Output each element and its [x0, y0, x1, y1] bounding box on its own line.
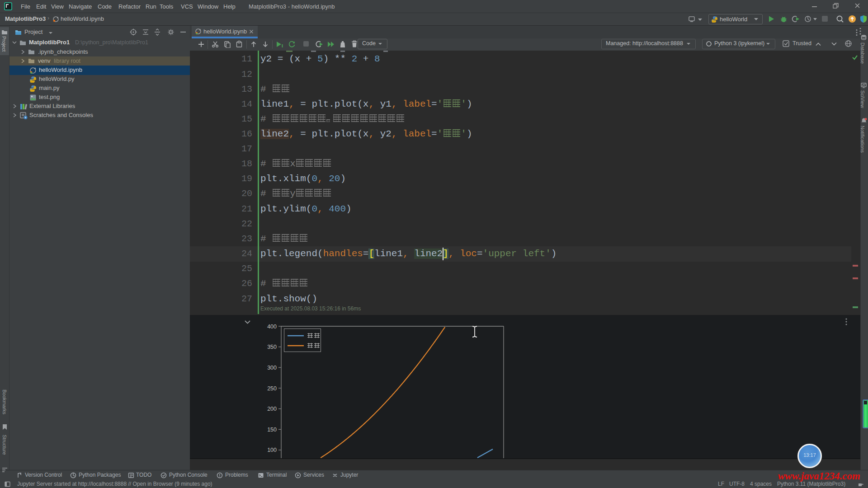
svg-text:150: 150	[267, 427, 277, 433]
svg-text:200: 200	[267, 406, 277, 412]
svg-text:300: 300	[267, 365, 277, 371]
svg-text:100: 100	[267, 447, 277, 453]
svg-text:400: 400	[267, 324, 277, 330]
svg-text:250: 250	[267, 385, 277, 392]
svg-text:350: 350	[267, 344, 277, 350]
